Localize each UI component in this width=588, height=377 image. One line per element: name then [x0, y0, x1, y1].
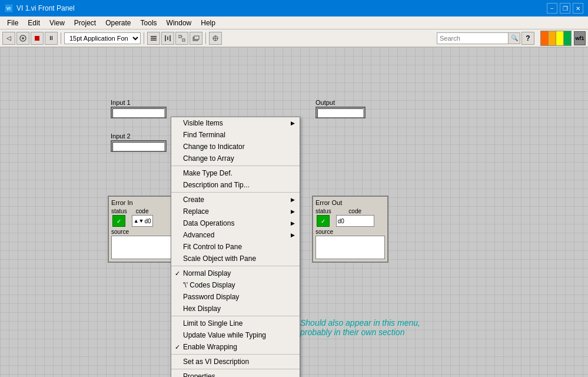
annotation-line2: probably in their own section: [300, 328, 420, 337]
annotation-text: Should also appear in this menu, probabl…: [300, 318, 420, 337]
menu-item-normal-display[interactable]: Normal Display: [171, 267, 300, 279]
input2-box[interactable]: [111, 140, 167, 152]
error-out-label: Error Out: [315, 199, 385, 206]
svg-text:VI: VI: [6, 6, 11, 11]
restore-button[interactable]: ❐: [560, 3, 570, 14]
input1-control: Input 1: [111, 99, 167, 118]
output-box: [315, 107, 366, 118]
menu-item-make-type-def[interactable]: Make Type Def.: [171, 167, 300, 179]
menu-project[interactable]: Project: [69, 18, 101, 28]
menu-bar: File Edit View Project Operate Tools Win…: [0, 16, 588, 29]
menu-item-limit-single-line[interactable]: Limit to Single Line: [171, 318, 300, 329]
error-in-status-label: status: [111, 208, 127, 214]
error-in-code-label: code: [136, 208, 149, 214]
separator-e: [171, 354, 300, 355]
error-in-status-indicator[interactable]: ✓: [112, 215, 125, 227]
menu-item-password-display[interactable]: Password Display: [171, 291, 300, 303]
align-button[interactable]: [147, 32, 160, 45]
menu-item-create[interactable]: Create: [171, 194, 300, 206]
menu-help[interactable]: Help: [196, 18, 220, 28]
search-bar: 🔍: [437, 32, 520, 44]
menu-item-properties[interactable]: Properties: [171, 371, 300, 377]
font-selector[interactable]: 15pt Application Font: [64, 32, 141, 44]
snap-button[interactable]: [209, 32, 222, 45]
separator-c: [171, 266, 300, 266]
error-out-source-label: source: [315, 229, 385, 235]
view-mode-indicator: wf1: [574, 31, 586, 45]
error-in-source-label: source: [111, 229, 172, 235]
app-icon: VI: [5, 4, 13, 12]
menu-operate[interactable]: Operate: [101, 18, 135, 28]
svg-rect-11: [179, 35, 181, 38]
output-label: Output: [315, 99, 366, 106]
menu-item-change-array[interactable]: Change to Array: [171, 153, 300, 164]
separator-1: [61, 32, 61, 44]
menu-item-description-tip[interactable]: Description and Tip...: [171, 179, 300, 191]
menu-item-hex-display[interactable]: Hex Display: [171, 303, 300, 315]
separator-2: [144, 32, 144, 44]
error-out-status-label: status: [315, 208, 331, 214]
distribute-button[interactable]: [161, 32, 174, 45]
stop-button[interactable]: [31, 32, 44, 45]
svg-rect-8: [165, 35, 166, 41]
annotation-line1: Should also appear in this menu,: [300, 318, 420, 328]
resize-button[interactable]: [175, 32, 188, 45]
menu-item-update-value-typing[interactable]: Update Value while Typing: [171, 329, 300, 341]
title-bar: VI VI 1.vi Front Panel − ❐ ✕: [0, 0, 588, 16]
input2-control: Input 2: [111, 133, 167, 152]
error-in-code-input[interactable]: ▲▼ d0: [132, 215, 153, 227]
palette-indicator: [540, 31, 572, 46]
svg-rect-12: [182, 39, 185, 41]
menu-file[interactable]: File: [2, 18, 23, 28]
search-button[interactable]: 🔍: [508, 33, 520, 44]
error-in-source-box[interactable]: [111, 236, 172, 259]
help-button[interactable]: ?: [521, 32, 534, 45]
menu-tools[interactable]: Tools: [136, 18, 162, 28]
pause-button[interactable]: ⏸: [45, 32, 58, 45]
svg-rect-5: [151, 36, 157, 37]
order-button[interactable]: [190, 32, 202, 45]
separator-f: [171, 369, 300, 369]
menu-item-enable-wrapping[interactable]: Enable Wrapping: [171, 341, 300, 353]
menu-view[interactable]: View: [45, 18, 69, 28]
minimize-button[interactable]: −: [547, 3, 557, 14]
menu-item-replace[interactable]: Replace: [171, 206, 300, 217]
search-input[interactable]: [437, 33, 508, 44]
menu-edit[interactable]: Edit: [23, 18, 45, 28]
forward-button[interactable]: [16, 32, 29, 45]
svg-rect-10: [170, 35, 171, 41]
output-control: Output: [315, 99, 366, 118]
toolbar: ◁ ⏸ 15pt Application Font 🔍 ? wf1: [0, 29, 588, 47]
svg-rect-6: [151, 38, 157, 39]
input2-label: Input 2: [111, 133, 167, 140]
error-in-cluster: Error In status ✓ code ▲▼ d0 source: [108, 196, 175, 263]
svg-rect-4: [35, 36, 39, 41]
svg-point-3: [22, 37, 24, 39]
error-out-status-indicator: ✓: [317, 215, 330, 227]
close-button[interactable]: ✕: [573, 3, 583, 14]
context-menu: Visible Items Find Terminal Change to In…: [171, 117, 300, 377]
back-button[interactable]: ◁: [2, 32, 15, 45]
input1-label: Input 1: [111, 99, 167, 106]
menu-item-set-vi-description[interactable]: Set as VI Description: [171, 356, 300, 368]
menu-item-advanced[interactable]: Advanced: [171, 229, 300, 241]
error-out-cluster: Error Out status ✓ code d0 source: [312, 196, 388, 263]
menu-item-codes-display[interactable]: '\' Codes Display: [171, 279, 300, 291]
menu-item-change-indicator[interactable]: Change to Indicator: [171, 141, 300, 153]
menu-item-visible-items[interactable]: Visible Items: [171, 117, 300, 129]
menu-item-fit-control[interactable]: Fit Control to Pane: [171, 241, 300, 253]
separator-3: [205, 32, 206, 44]
input1-box[interactable]: [111, 107, 167, 118]
separator-d: [171, 316, 300, 316]
main-canvas: Input 1 Input 2 Output Error In status ✓: [0, 47, 588, 377]
separator-b: [171, 192, 300, 193]
menu-item-data-operations[interactable]: Data Operations: [171, 217, 300, 229]
svg-rect-15: [194, 36, 199, 39]
menu-window[interactable]: Window: [162, 18, 197, 28]
svg-rect-7: [151, 39, 157, 41]
menu-item-find-terminal[interactable]: Find Terminal: [171, 129, 300, 141]
svg-rect-9: [167, 37, 168, 40]
error-in-label: Error In: [111, 199, 172, 206]
error-out-source-box: [315, 236, 385, 259]
menu-item-scale-object[interactable]: Scale Object with Pane: [171, 253, 300, 264]
